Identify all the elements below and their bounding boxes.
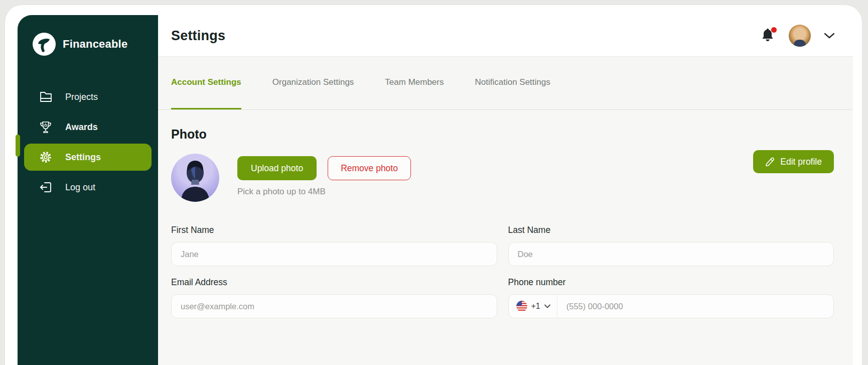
sidebar-item-label: Projects: [65, 92, 98, 102]
active-nav-indicator: [16, 135, 20, 157]
edit-profile-button[interactable]: Edit profile: [753, 150, 834, 173]
edit-profile-label: Edit profile: [780, 157, 822, 167]
sidebar-nav: Projects Awards: [18, 83, 158, 201]
account-settings-panel: Photo: [158, 110, 853, 365]
last-name-input[interactable]: [508, 242, 834, 266]
upload-photo-button[interactable]: Upload photo: [237, 156, 317, 180]
sidebar: Financeable Projects: [18, 15, 158, 365]
first-name-field-group: First Name: [171, 225, 497, 266]
email-label: Email Address: [171, 277, 497, 288]
last-name-label: Last Name: [508, 225, 834, 235]
phone-number-input[interactable]: [557, 295, 833, 318]
us-flag-icon: [516, 301, 527, 312]
sidebar-item-awards[interactable]: Awards: [24, 113, 152, 141]
first-name-input[interactable]: [171, 242, 497, 266]
phone-field-group: Phone number: [508, 277, 834, 318]
dial-code: +1: [531, 302, 540, 311]
app-window: Financeable Projects: [18, 15, 853, 365]
sidebar-item-logout[interactable]: Log out: [24, 174, 152, 201]
phone-label: Phone number: [508, 277, 834, 288]
page-title: Settings: [171, 28, 225, 44]
remove-photo-button[interactable]: Remove photo: [328, 156, 411, 180]
settings-tabs: Account Settings Organization Settings T…: [158, 57, 853, 110]
sidebar-item-projects[interactable]: Projects: [24, 83, 152, 110]
header-actions: [761, 25, 835, 47]
header: Settings: [158, 15, 853, 57]
country-code-selector[interactable]: +1: [509, 295, 557, 318]
brand: Financeable: [18, 31, 158, 57]
financeable-logo-icon: [33, 33, 56, 56]
gear-icon: [39, 151, 52, 164]
chevron-down-icon: [824, 33, 835, 39]
notifications-button[interactable]: [761, 28, 776, 44]
chevron-down-icon: [544, 304, 550, 308]
brand-name: Financeable: [63, 38, 127, 51]
last-name-field-group: Last Name: [508, 225, 834, 266]
tab-organization-settings[interactable]: Organization Settings: [272, 57, 354, 109]
sidebar-item-label: Settings: [65, 152, 101, 163]
phone-input-box: +1: [508, 294, 834, 318]
photo-actions: Upload photo Remove photo Pick a photo u…: [237, 154, 411, 197]
user-menu-button[interactable]: [824, 33, 835, 39]
email-field[interactable]: [171, 294, 497, 318]
first-name-label: First Name: [171, 225, 497, 235]
main-area: Settings Account: [158, 15, 853, 365]
photo-section-heading: Photo: [171, 127, 834, 142]
profile-photo: [171, 154, 219, 202]
notification-badge: [771, 27, 777, 33]
folder-icon: [39, 90, 52, 103]
logout-icon: [39, 181, 52, 194]
tab-account-settings[interactable]: Account Settings: [171, 57, 241, 109]
pencil-icon: [765, 157, 775, 167]
photo-hint: Pick a photo up to 4MB: [237, 187, 411, 197]
trophy-icon: [39, 120, 52, 134]
sidebar-item-label: Log out: [65, 182, 95, 193]
photo-row: Upload photo Remove photo Pick a photo u…: [171, 154, 834, 202]
sidebar-item-label: Awards: [65, 122, 98, 133]
user-avatar[interactable]: [789, 25, 811, 47]
sidebar-item-settings[interactable]: Settings: [24, 144, 152, 171]
profile-form: First Name Last Name Email Address Phone…: [171, 214, 834, 318]
tab-team-members[interactable]: Team Members: [385, 57, 444, 109]
email-field-group: Email Address: [171, 277, 497, 318]
tab-notification-settings[interactable]: Notification Settings: [475, 57, 550, 109]
